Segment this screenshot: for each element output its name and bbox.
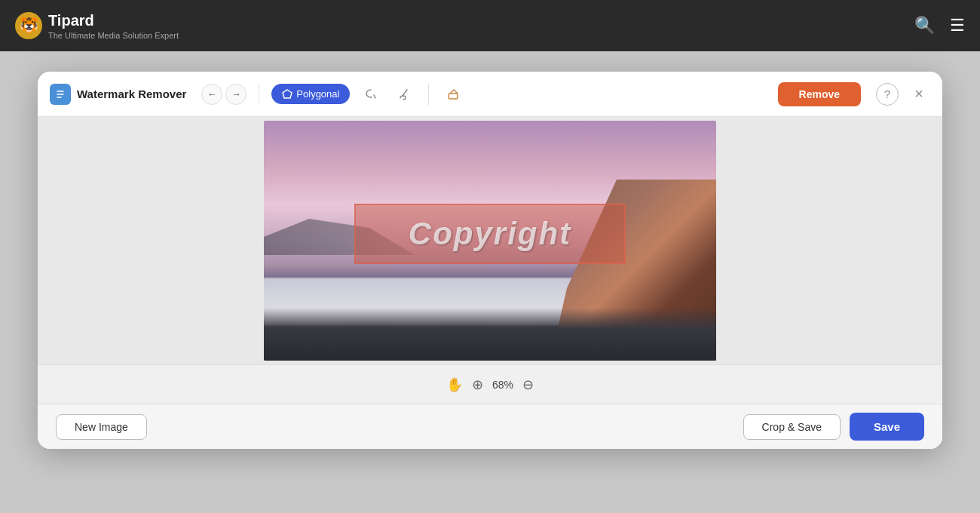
dialog-toolbar: Watermark Remover ← → Polygonal [38,72,942,117]
zoom-in-icon[interactable]: ⊕ [472,376,483,393]
dialog-logo: Watermark Remover [50,84,186,105]
footer-right: Crop & Save Save [743,413,924,441]
watermark-remover-dialog: Watermark Remover ← → Polygonal [38,72,942,449]
image-area: Copyright [38,117,942,364]
close-button[interactable]: × [908,83,930,106]
watermark-selection[interactable]: Copyright [354,204,626,264]
brush-tool-button[interactable] [392,82,416,106]
image-container: Copyright [264,121,716,361]
remove-button[interactable]: Remove [778,82,861,106]
dialog-logo-icon [50,84,71,105]
rocks-bottom [264,308,716,361]
help-button[interactable]: ? [876,83,899,106]
eraser-tool-button[interactable] [441,82,465,106]
svg-text:🐯: 🐯 [20,16,38,34]
toolbar-nav: ← → [201,84,247,105]
lasso-icon [364,88,378,101]
pan-icon[interactable]: ✋ [446,376,463,393]
svg-rect-4 [449,94,458,99]
zoom-out-icon[interactable]: ⊖ [522,376,534,393]
zoom-level: 68% [492,379,513,391]
app-subtitle: The Ultimate Media Solution Expert [48,31,179,40]
brush-icon [397,88,411,101]
redo-button[interactable]: → [225,84,247,105]
undo-button[interactable]: ← [201,84,222,105]
top-bar-actions: 🔍 ☰ [914,16,965,35]
new-image-button[interactable]: New Image [56,414,147,440]
photo-background: Copyright [264,121,716,361]
lasso-tool-button[interactable] [359,82,383,106]
toolbar-divider-2 [428,84,429,105]
menu-icon[interactable]: ☰ [950,16,965,35]
dialog-footer: New Image Crop & Save Save [38,404,942,449]
save-button[interactable]: Save [850,413,924,441]
zoom-bar: ✋ ⊕ 68% ⊖ [38,364,942,404]
zoom-controls: ✋ ⊕ 68% ⊖ [446,376,534,393]
top-bar: 🐯 Tipard The Ultimate Media Solution Exp… [0,0,980,51]
toolbar-divider-1 [259,84,259,105]
polygonal-icon [282,89,292,100]
logo-area: 🐯 Tipard The Ultimate Media Solution Exp… [15,12,179,40]
svg-marker-3 [283,90,292,98]
search-icon[interactable]: 🔍 [914,16,935,35]
eraser-icon [446,88,460,101]
watermark-text: Copyright [409,216,571,252]
polygonal-tool-button[interactable]: Polygonal [271,84,350,104]
landscape-photo: Copyright [264,121,716,361]
app-name: Tipard [48,12,179,29]
dialog-title: Watermark Remover [77,88,186,100]
tipard-logo-icon: 🐯 [15,12,42,39]
crop-save-button[interactable]: Crop & Save [743,414,841,440]
